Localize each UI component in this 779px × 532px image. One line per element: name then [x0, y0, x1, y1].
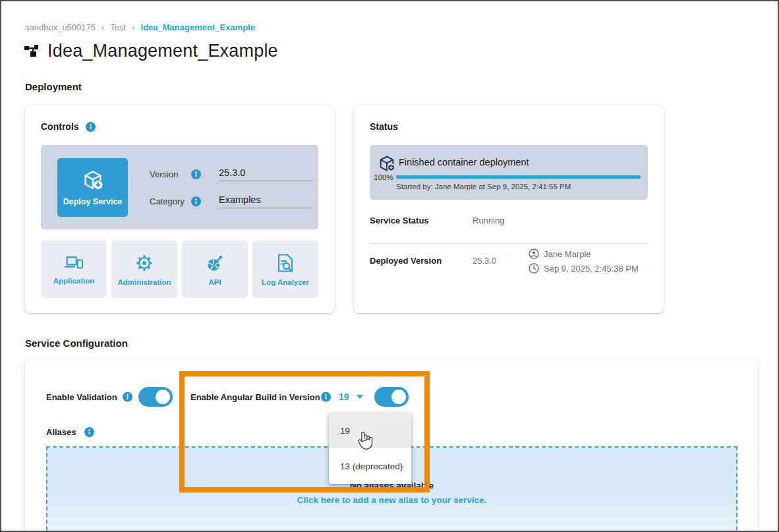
administration-label: Administration [117, 278, 171, 286]
service-hierarchy-icon [24, 42, 40, 61]
page-title-row: Idea_Management_Example [24, 41, 278, 61]
breadcrumb-item-test[interactable]: Test [110, 22, 126, 32]
controls-heading: Controls [41, 121, 79, 132]
api-label: API [208, 278, 221, 286]
controls-info-icon[interactable] [86, 122, 96, 132]
deploy-service-label: Deploy Service [63, 197, 123, 206]
deployed-at-time: Sep 9, 2025, 2:45:38 PM [544, 264, 639, 274]
dropdown-option-19[interactable]: 19 [329, 413, 411, 448]
api-gauge-icon [205, 253, 225, 273]
angular-version-select[interactable]: 19 [339, 392, 349, 402]
breadcrumb-separator: › [132, 22, 134, 32]
log-analyzer-label: Log Analyzer [262, 278, 309, 286]
angular-build-info-icon[interactable] [321, 392, 331, 402]
category-label: Category [150, 196, 191, 206]
angular-build-toggle[interactable] [374, 387, 409, 407]
log-analyzer-button[interactable]: Log Analyzer [252, 241, 318, 298]
category-field[interactable]: Examples [219, 194, 313, 208]
version-info-icon[interactable] [191, 169, 201, 179]
version-label: Version [150, 169, 191, 179]
deployment-status-panel: Finished container deployment 100% Start… [370, 145, 648, 200]
deployment-section-heading: Deployment [25, 81, 82, 92]
breadcrumb: sandbox_u500175 › Test › Idea_Management… [25, 22, 255, 32]
service-status-value: Running [473, 216, 504, 225]
deployed-version-label: Deployed Version [370, 256, 442, 266]
administration-button[interactable]: Administration [111, 241, 177, 298]
application-button[interactable]: Application [41, 241, 107, 298]
aliases-label: Aliases [46, 427, 76, 437]
deploy-panel: Deploy Service Version 25.3.0 Category E… [41, 145, 318, 229]
aliases-info-icon[interactable] [84, 427, 94, 437]
deploy-service-button[interactable]: Deploy Service [57, 158, 128, 217]
progress-bar [396, 175, 641, 179]
add-alias-link[interactable]: Click here to add a new alias to your se… [297, 495, 486, 505]
category-info-icon[interactable] [191, 196, 201, 206]
breadcrumb-item-sandbox[interactable]: sandbox_u500175 [25, 22, 96, 32]
controls-card: Controls Deploy Service Version [25, 105, 334, 313]
deployed-by-user: Jane Marple [544, 249, 591, 259]
breadcrumb-item-current[interactable]: Idea_Management_Example [141, 22, 255, 32]
started-by-text: Started by: Jane Marple at Sep 9, 2025, … [396, 183, 571, 191]
log-analyzer-icon [276, 253, 295, 273]
enable-validation-label: Enable Validation [46, 392, 117, 402]
application-label: Application [53, 277, 95, 285]
angular-build-label: Enable Angular Build in Version [190, 392, 320, 402]
container-deployed-icon [378, 154, 396, 173]
angular-version-dropdown: 19 13 (deprecated) [329, 413, 411, 484]
application-devices-icon [64, 254, 84, 272]
app-window: sandbox_u500175 › Test › Idea_Management… [0, 0, 779, 532]
chevron-down-icon[interactable] [357, 395, 363, 399]
deployment-status-message: Finished container deployment [399, 157, 529, 167]
status-heading: Status [370, 121, 398, 132]
administration-gear-icon [134, 253, 154, 273]
progress-percent: 100% [374, 173, 393, 181]
api-button[interactable]: API [182, 241, 248, 298]
enable-validation-toggle[interactable] [138, 387, 173, 407]
enable-validation-info-icon[interactable] [123, 392, 132, 402]
divider [370, 243, 648, 244]
user-icon [529, 249, 539, 259]
deployed-version-value: 25.3.0 [473, 256, 496, 266]
clock-icon [529, 263, 539, 274]
dropdown-option-13-deprecated[interactable]: 13 (deprecated) [329, 448, 411, 484]
page-title: Idea_Management_Example [47, 41, 278, 61]
status-card: Status Finished container deployment 100… [354, 105, 664, 313]
version-field[interactable]: 25.3.0 [219, 167, 313, 181]
deploy-package-icon [82, 169, 104, 191]
service-configuration-heading: Service Configuration [25, 338, 128, 349]
service-status-label: Service Status [370, 216, 429, 225]
breadcrumb-separator: › [101, 22, 104, 32]
